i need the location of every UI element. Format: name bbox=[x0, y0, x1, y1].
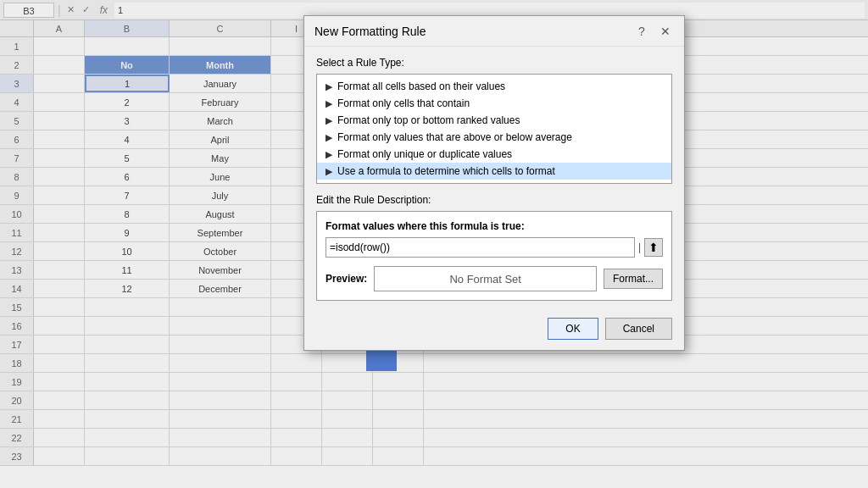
rule-arrow-icon: ▶ bbox=[326, 81, 332, 92]
formula-input-row: | ⬆ bbox=[326, 237, 663, 258]
rule-type-label: Format only unique or duplicate values bbox=[337, 148, 512, 160]
rule-type-label: Use a formula to determine which cells t… bbox=[337, 165, 555, 177]
rule-type-list: ▶Format all cells based on their values▶… bbox=[316, 74, 672, 184]
cursor-indicator: | bbox=[638, 241, 641, 253]
rule-type-label: Format only values that are above or bel… bbox=[337, 131, 572, 143]
rule-type-label: Format only cells that contain bbox=[337, 97, 470, 109]
dialog-title: New Formatting Rule bbox=[314, 25, 633, 38]
rule-arrow-icon: ▶ bbox=[326, 115, 332, 126]
rule-type-item[interactable]: ▶Format only unique or duplicate values bbox=[317, 146, 671, 163]
dialog-titlebar: New Formatting Rule ? ✕ bbox=[304, 16, 684, 47]
rule-type-item[interactable]: ▶Format only values that are above or be… bbox=[317, 129, 671, 146]
rule-arrow-icon: ▶ bbox=[326, 132, 332, 143]
close-button[interactable]: ✕ bbox=[657, 23, 674, 40]
edit-desc-label: Edit the Rule Description: bbox=[316, 194, 672, 206]
dialog-body: Select a Rule Type: ▶Format all cells ba… bbox=[304, 47, 684, 311]
help-button[interactable]: ? bbox=[633, 23, 650, 40]
new-formatting-rule-dialog: New Formatting Rule ? ✕ Select a Rule Ty… bbox=[303, 15, 685, 351]
rule-arrow-icon: ▶ bbox=[326, 98, 332, 109]
cancel-button[interactable]: Cancel bbox=[605, 318, 672, 340]
preview-box: No Format Set bbox=[374, 266, 597, 291]
rule-arrow-icon: ▶ bbox=[326, 166, 332, 177]
titlebar-buttons: ? ✕ bbox=[633, 23, 674, 40]
dialog-footer: OK Cancel bbox=[304, 311, 684, 350]
ok-button[interactable]: OK bbox=[548, 318, 598, 340]
rule-type-item[interactable]: ▶Format only cells that contain bbox=[317, 95, 671, 112]
preview-text: No Format Set bbox=[449, 273, 521, 286]
preview-row: Preview: No Format Set Format... bbox=[326, 266, 663, 291]
rule-type-section-label: Select a Rule Type: bbox=[316, 57, 672, 69]
rule-type-item[interactable]: ▶Format only top or bottom ranked values bbox=[317, 112, 671, 129]
collapse-button[interactable]: ⬆ bbox=[644, 238, 663, 257]
formula-true-label: Format values where this formula is true… bbox=[326, 220, 663, 232]
rule-type-label: Format only top or bottom ranked values bbox=[337, 114, 520, 126]
preview-label: Preview: bbox=[326, 273, 367, 285]
rule-type-item[interactable]: ▶Use a formula to determine which cells … bbox=[317, 163, 671, 180]
edit-desc-box: Format values where this formula is true… bbox=[316, 211, 672, 301]
format-button[interactable]: Format... bbox=[604, 269, 663, 289]
rule-type-label: Format all cells based on their values bbox=[337, 80, 505, 92]
formula-text-input[interactable] bbox=[326, 237, 635, 258]
rule-arrow-icon: ▶ bbox=[326, 149, 332, 160]
rule-type-item[interactable]: ▶Format all cells based on their values bbox=[317, 78, 671, 95]
